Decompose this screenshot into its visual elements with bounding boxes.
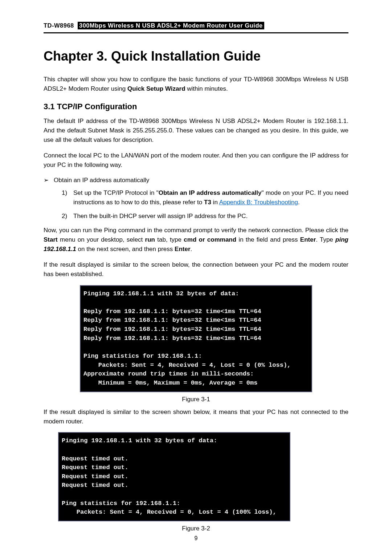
paragraph-5: If the result displayed is similar to th… bbox=[44, 407, 348, 427]
list-item-2: 2) Then the built-in DHCP server will as… bbox=[62, 212, 348, 221]
figure-3-2-caption: Figure 3-2 bbox=[44, 525, 348, 532]
header-title: 300Mbps Wireless N USB ADSL2+ Modem Rout… bbox=[78, 22, 264, 29]
header-model: TD-W8968 bbox=[44, 22, 74, 29]
paragraph-1: The default IP address of the TD-W8968 3… bbox=[44, 116, 348, 145]
appendix-b-link[interactable]: Appendix B: Troubleshooting bbox=[219, 199, 298, 206]
page-header: TD-W8968 300Mbps Wireless N USB ADSL2+ M… bbox=[44, 22, 348, 33]
paragraph-4: If the result displayed is similar to th… bbox=[44, 260, 348, 279]
paragraph-2: Connect the local PC to the LAN/WAN port… bbox=[44, 151, 348, 170]
terminal-output-success: Pinging 192.168.1.1 with 32 bytes of dat… bbox=[80, 285, 312, 392]
paragraph-3: Now, you can run the Ping command in the… bbox=[44, 226, 348, 254]
figure-3-1-caption: Figure 3-1 bbox=[44, 396, 348, 403]
bullet-marker: ➢ bbox=[44, 176, 54, 185]
page-number: 9 bbox=[0, 535, 392, 542]
bullet-text: Obtain an IP address automatically bbox=[54, 176, 149, 185]
bullet-obtain-ip: ➢ Obtain an IP address automatically bbox=[44, 176, 348, 185]
chapter-title: Chapter 3. Quick Installation Guide bbox=[44, 49, 348, 64]
intro-text: This chapter will show you how to config… bbox=[44, 75, 348, 94]
list-item-1: 1) Set up the TCP/IP Protocol in "Obtain… bbox=[62, 188, 348, 208]
terminal-output-fail: Pinging 192.168.1.1 with 32 bytes of dat… bbox=[58, 432, 290, 521]
section-title: 3.1 TCP/IP Configuration bbox=[44, 102, 348, 111]
